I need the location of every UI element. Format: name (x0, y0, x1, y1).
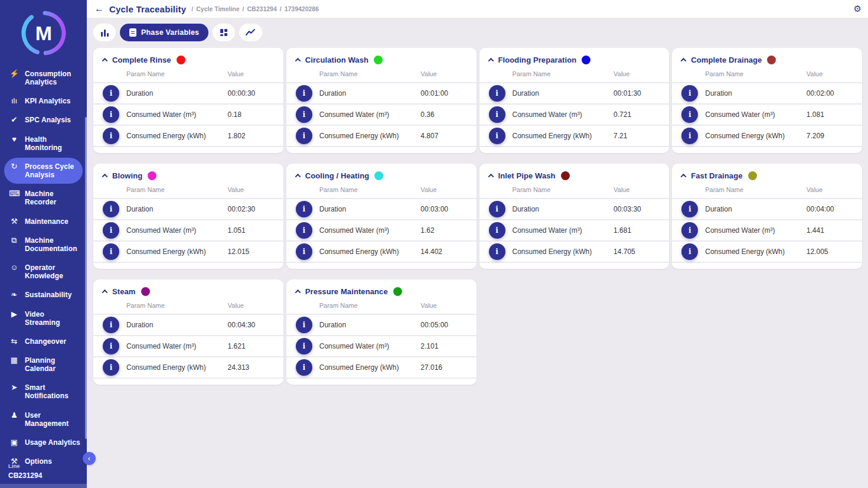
column-header-param-name: Param Name (705, 70, 807, 77)
info-icon[interactable]: i (681, 128, 698, 144)
sidebar-item-sustainability[interactable]: ❧Sustainability (4, 286, 83, 304)
info-icon[interactable]: i (681, 243, 698, 260)
chevron-up-icon[interactable] (102, 174, 108, 180)
sidebar-item-operator-knowledge[interactable]: ☺Operator Knowledge (4, 259, 83, 285)
info-icon[interactable]: i (681, 85, 698, 102)
sidebar-item-changeover[interactable]: ⇆Changeover (4, 333, 83, 350)
param-value: 14.402 (420, 248, 466, 256)
info-icon[interactable]: i (296, 222, 312, 239)
calendar-icon: ▦ (9, 356, 19, 365)
chevron-up-icon[interactable] (102, 289, 108, 295)
info-icon[interactable]: i (489, 222, 505, 239)
gear-icon[interactable]: ⚙ (854, 4, 862, 14)
info-icon[interactable]: i (489, 106, 505, 123)
dashboard-grid-view-button[interactable] (213, 24, 235, 41)
table-row-consumed-energy-kwh: iConsumed Energy (kWh)14.402 (286, 240, 477, 262)
sidebar-item-planning-calendar[interactable]: ▦Planning Calendar (4, 352, 83, 378)
id-card-icon: ▣ (9, 438, 19, 447)
sidebar-item-smart-notifications[interactable]: ➤Smart Notifications (4, 379, 83, 405)
info-icon[interactable]: i (681, 106, 698, 123)
column-header-param-name: Param Name (513, 186, 614, 193)
sidebar-item-spc-analysis[interactable]: ✔SPC Analysis (4, 111, 83, 129)
info-icon[interactable]: i (103, 201, 119, 217)
info-icon[interactable]: i (103, 359, 119, 376)
info-icon[interactable]: i (103, 85, 119, 102)
param-value: 00:04:00 (807, 205, 853, 213)
info-icon[interactable]: i (103, 317, 119, 333)
sidebar-item-kpi-analytics[interactable]: ılıKPI Analytics (4, 92, 83, 110)
sidebar-item-maintenance[interactable]: ⚒Maintenance (4, 213, 83, 230)
param-rows: iDuration00:02:30iConsumed Water (m³)1.0… (93, 198, 283, 263)
sidebar-item-user-management[interactable]: ♟User Management (4, 406, 83, 432)
sidebar-horizontal-scrollbar[interactable] (0, 484, 87, 488)
bar-chart-view-button[interactable] (93, 24, 116, 41)
bolt-icon: ⚡ (9, 70, 19, 78)
chevron-up-icon[interactable] (295, 58, 301, 64)
info-icon[interactable]: i (103, 338, 119, 354)
phase-card-header: Inlet Pipe Wash (479, 164, 670, 183)
sidebar-item-machine-recorder[interactable]: ⌨Machine Recorder (4, 185, 83, 211)
table-row-consumed-energy-kwh: iConsumed Energy (kWh)14.705 (479, 240, 670, 262)
info-icon[interactable]: i (489, 85, 505, 102)
sidebar-item-label: Machine Documentation (25, 236, 80, 253)
sidebar-item-consumption-analytics[interactable]: ⚡Consumption Analytics (4, 65, 83, 91)
param-name: Consumed Energy (kWh) (319, 363, 421, 372)
phase-variables-button[interactable]: Phase Variables (120, 24, 208, 41)
sidebar-item-machine-documentation[interactable]: ⧉Machine Documentation (4, 232, 83, 258)
info-icon[interactable]: i (296, 359, 312, 376)
phase-title: Fast Drainage (691, 171, 742, 180)
sidebar-vertical-scrollbar[interactable] (85, 117, 87, 439)
back-arrow-icon[interactable]: ← (94, 4, 104, 14)
sidebar-item-health-monitoring[interactable]: ♥Health Monitoring (4, 131, 83, 157)
breadcrumb-cycle-timeline[interactable]: Cycle Timeline (196, 5, 239, 12)
phase-card-header: Steam (93, 279, 283, 299)
breadcrumb-line-id[interactable]: CB231294 (247, 5, 277, 12)
param-value: 00:02:00 (807, 89, 853, 97)
user-icon: ♟ (9, 411, 19, 419)
info-icon[interactable]: i (296, 106, 312, 123)
info-icon[interactable]: i (489, 128, 505, 144)
chevron-up-icon[interactable] (102, 58, 108, 64)
info-icon[interactable]: i (489, 201, 505, 217)
sidebar-item-usage-analytics[interactable]: ▣Usage Analytics (4, 434, 83, 451)
info-icon[interactable]: i (103, 243, 119, 260)
chevron-up-icon[interactable] (295, 289, 301, 295)
info-icon[interactable]: i (681, 222, 698, 239)
info-icon[interactable]: i (103, 106, 119, 123)
info-icon[interactable]: i (296, 85, 312, 102)
page-title: Cycle Traceability (109, 4, 186, 14)
info-icon[interactable]: i (103, 222, 119, 239)
info-icon[interactable]: i (296, 201, 312, 217)
chevron-up-icon[interactable] (488, 58, 494, 64)
phase-title: Flooding Preparation (498, 56, 577, 64)
param-value: 1.802 (228, 132, 274, 140)
chevron-up-icon[interactable] (681, 174, 687, 180)
trend-line-view-button[interactable] (239, 24, 262, 41)
sidebar-item-video-streaming[interactable]: ▶Video Streaming (4, 305, 83, 331)
param-value: 7.209 (807, 132, 853, 140)
sidebar-collapse-button[interactable]: ‹ (83, 452, 96, 465)
param-name: Consumed Energy (kWh) (513, 132, 614, 140)
info-icon[interactable]: i (489, 243, 505, 260)
line-value: CB231294 (8, 471, 42, 480)
chevron-up-icon[interactable] (488, 174, 494, 180)
phase-card-complete-rinse: Complete RinseParam NameValueiDuration00… (93, 48, 283, 153)
sidebar-item-process-cycle-analysis[interactable]: ↻Process Cycle Analysis (4, 158, 83, 184)
table-row-consumed-energy-kwh: iConsumed Energy (kWh)7.21 (479, 125, 670, 146)
breadcrumb-cycle-id[interactable]: 1739420286 (285, 5, 319, 12)
table-row-consumed-water-m: iConsumed Water (m³)1.62 (286, 219, 477, 240)
chevron-up-icon[interactable] (295, 174, 301, 180)
info-icon[interactable]: i (296, 243, 312, 260)
info-icon[interactable]: i (296, 128, 312, 144)
info-icon[interactable]: i (681, 201, 698, 217)
phase-card-flooding-preparation: Flooding PreparationParam NameValueiDura… (479, 48, 670, 153)
param-rows: iDuration00:04:00iConsumed Water (m³)1.4… (672, 198, 862, 263)
info-icon[interactable]: i (103, 128, 119, 144)
chevron-up-icon[interactable] (681, 58, 687, 64)
column-header-value: Value (228, 186, 274, 193)
param-name: Consumed Water (m³) (513, 110, 614, 119)
info-icon[interactable]: i (296, 317, 312, 333)
documents-icon: ⧉ (9, 236, 19, 245)
info-icon[interactable]: i (296, 338, 312, 354)
phase-cards-grid: Complete RinseParam NameValueiDuration00… (87, 47, 868, 385)
